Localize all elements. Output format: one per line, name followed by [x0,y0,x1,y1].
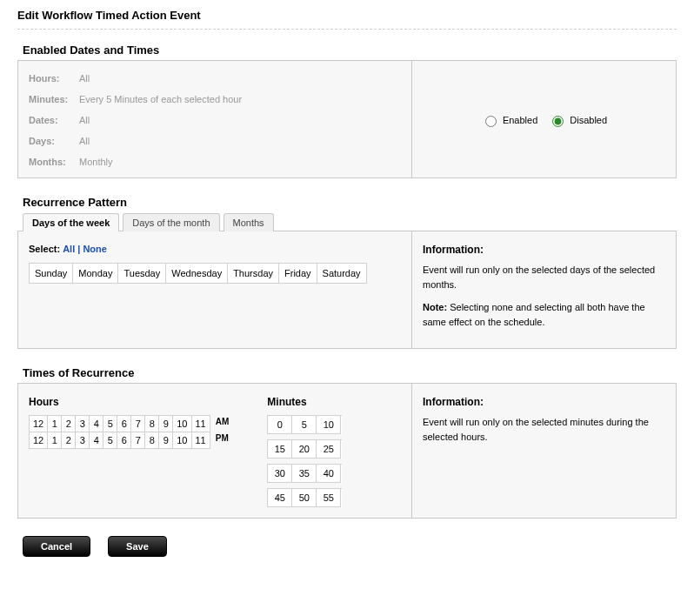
hour-cell[interactable]: 1 [48,416,62,432]
disabled-radio-text: Disabled [570,115,607,125]
hours-pm-row: 12 1 2 3 4 5 6 7 8 9 10 11 [29,432,210,449]
select-sep: | [77,244,80,254]
minute-cell[interactable]: 50 [292,489,317,507]
hour-cell[interactable]: 3 [76,432,90,449]
minute-cell[interactable]: 10 [317,416,341,434]
hour-cell[interactable]: 2 [62,416,76,432]
hour-cell[interactable]: 2 [62,432,76,449]
separator [17,29,677,30]
summary-value-months: Monthly [79,157,113,167]
minute-grid: 0 5 10 15 20 25 30 35 40 [267,415,342,507]
summary-label-hours: Hours: [29,73,79,84]
button-row: Cancel Save [23,536,677,557]
minute-cell[interactable]: 55 [317,489,341,507]
select-none-link[interactable]: None [83,244,107,254]
recurrence-info-body: Event will run only on the selected days… [423,263,665,291]
minute-cell[interactable]: 15 [268,440,292,459]
hour-cell[interactable]: 10 [173,416,191,432]
summary-label-dates: Dates: [29,115,79,125]
minute-cell[interactable]: 40 [317,465,341,483]
cancel-button[interactable]: Cancel [23,536,90,557]
day-cell[interactable]: Monday [73,264,118,284]
enabled-summary: Hours:All Minutes:Every 5 Minutes of eac… [18,61,411,177]
hour-cell[interactable]: 9 [159,432,173,449]
page-title: Edit Workflow Timed Action Event [17,9,677,22]
enabled-radio-label[interactable]: Enabled [481,113,537,127]
hour-cell[interactable]: 10 [173,432,191,449]
disabled-radio-label[interactable]: Disabled [548,113,607,127]
hour-cell[interactable]: 3 [76,416,90,432]
day-grid: Sunday Monday Tuesday Wednesday Thursday… [29,263,367,284]
minute-cell[interactable]: 30 [268,465,292,483]
am-label: AM [216,417,230,426]
minute-cell[interactable]: 0 [268,416,292,434]
minutes-block: Minutes 0 5 10 15 20 25 30 [267,396,342,507]
minute-cell[interactable]: 20 [292,440,317,459]
hour-cell[interactable]: 12 [30,416,48,432]
summary-value-dates: All [79,115,90,125]
times-section-title: Times of Recurrence [23,366,677,379]
hour-cell[interactable]: 5 [103,416,117,432]
tab-months[interactable]: Months [224,213,274,231]
hour-cell[interactable]: 9 [159,416,173,432]
ampm-labels: AM PM [216,415,230,443]
enabled-panel: Hours:All Minutes:Every 5 Minutes of eac… [17,60,677,178]
recurrence-info-title: Information: [423,244,665,256]
times-info-title: Information: [423,396,665,408]
hour-cell[interactable]: 7 [131,432,145,449]
minute-cell[interactable]: 25 [317,440,341,459]
day-cell[interactable]: Friday [279,264,317,284]
recurrence-section-title: Recurrence Pattern [23,196,677,209]
day-cell[interactable]: Thursday [228,264,279,284]
hour-cell[interactable]: 8 [145,432,159,449]
hour-cell[interactable]: 11 [192,416,210,432]
pm-label: PM [216,433,230,443]
hour-cell[interactable]: 6 [117,416,131,432]
hours-block: Hours 12 1 2 3 4 5 6 7 8 9 [29,396,229,507]
enabled-radio-text: Enabled [503,115,537,125]
select-label: Select: [29,244,60,254]
day-cell[interactable]: Tuesday [118,264,166,284]
times-panel: Hours 12 1 2 3 4 5 6 7 8 9 [17,383,677,519]
day-cell[interactable]: Wednesday [166,264,228,284]
tab-days-of-week[interactable]: Days of the week [23,213,119,231]
hour-cell[interactable]: 7 [131,416,145,432]
times-info-body: Event will run only on the selected minu… [423,415,665,444]
enabled-section-title: Enabled Dates and Times [23,44,677,57]
hour-cell[interactable]: 11 [192,432,210,449]
day-cell[interactable]: Sunday [30,264,73,284]
summary-value-hours: All [79,73,90,84]
hour-cell[interactable]: 1 [48,432,62,449]
day-cell[interactable]: Saturday [317,264,367,284]
disabled-radio[interactable] [552,116,564,127]
select-all-link[interactable]: All [63,244,75,254]
summary-value-minutes: Every 5 Minutes of each selected hour [79,94,242,104]
hour-cell[interactable]: 4 [90,416,103,432]
tab-days-of-month[interactable]: Days of the month [123,213,219,231]
summary-label-minutes: Minutes: [29,94,79,104]
hour-cell[interactable]: 12 [30,432,48,449]
recurrence-note-label: Note: [423,302,447,312]
summary-label-days: Days: [29,136,79,146]
summary-label-months: Months: [29,157,79,167]
hour-cell[interactable]: 5 [103,432,117,449]
enabled-radio-panel: Enabled Disabled [411,61,676,177]
recurrence-tabs: Days of the week Days of the month Month… [23,213,677,231]
minute-cell[interactable]: 35 [292,465,317,483]
hours-title: Hours [29,396,229,408]
hours-am-row: 12 1 2 3 4 5 6 7 8 9 10 11 [29,415,210,432]
hour-cell[interactable]: 4 [90,432,103,449]
enabled-radio[interactable] [485,116,497,127]
hour-cell[interactable]: 6 [117,432,131,449]
hour-cell[interactable]: 8 [145,416,159,432]
minute-cell[interactable]: 45 [268,489,292,507]
save-button[interactable]: Save [108,536,167,557]
summary-value-days: All [79,136,90,146]
recurrence-note-body: Selecting none and selecting all both ha… [423,302,645,327]
recurrence-panel: Select: All | None Sunday Monday Tuesday… [17,231,677,349]
minutes-title: Minutes [267,396,342,408]
minute-cell[interactable]: 5 [292,416,317,434]
